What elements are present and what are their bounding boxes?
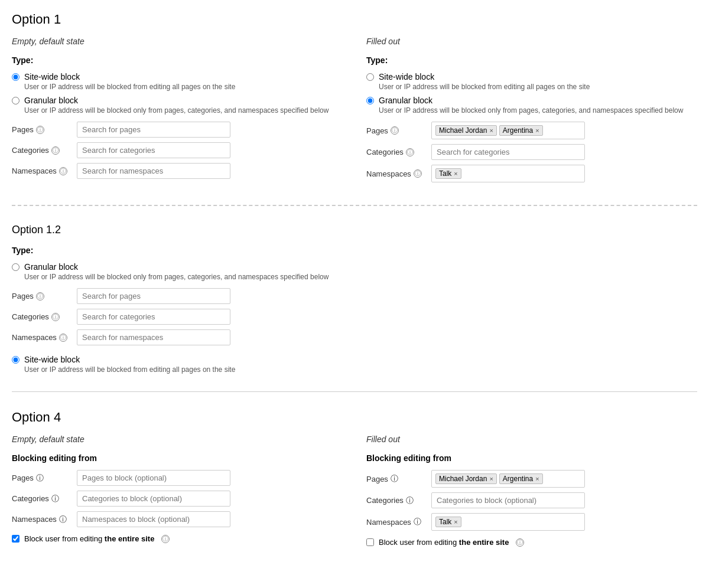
option4-empty-namespaces-label: Namespaces ⓘ bbox=[12, 514, 71, 525]
option4-filled-namespaces-input[interactable]: Talk × bbox=[431, 513, 585, 531]
option1-empty-namespaces-row: Namespaces ⓘ bbox=[12, 163, 343, 179]
option4-empty-categories-row: Categories ⓘ bbox=[12, 491, 343, 507]
option1-empty-sitewide-option[interactable]: Site-wide block User or IP address will … bbox=[12, 72, 343, 91]
option1-empty-granular-radio[interactable] bbox=[12, 97, 19, 104]
option4-filled-namespaces-tag-talk: Talk × bbox=[435, 517, 461, 527]
option1-filled-pages-input[interactable]: Michael Jordan × Argentina × bbox=[431, 122, 585, 139]
option12-fields: Pages ⓘ Categories ⓘ Namespaces ⓘ bbox=[12, 288, 697, 345]
option4-filled-namespaces-label: Namespaces ⓘ bbox=[366, 517, 425, 527]
option4-filled-pages-tag-mj: Michael Jordan × bbox=[435, 473, 497, 484]
option4-filled-categories-input[interactable] bbox=[431, 492, 585, 508]
option1-empty-categories-label: Categories ⓘ bbox=[12, 146, 71, 155]
option1-empty-granular-label: Granular block bbox=[24, 96, 329, 105]
option1-filled-type-label: Type: bbox=[366, 55, 697, 65]
option4-empty-pages-input[interactable] bbox=[77, 470, 230, 486]
option12-pages-row: Pages ⓘ bbox=[12, 288, 697, 304]
option4-empty-checkbox-row[interactable]: Block user from editing the entire site … bbox=[12, 534, 343, 543]
option1-empty-sitewide-radio[interactable] bbox=[12, 73, 19, 81]
option4-empty-categories-label: Categories ⓘ bbox=[12, 494, 71, 504]
option1-filled-categories-input[interactable] bbox=[431, 144, 585, 160]
option12-granular-option[interactable]: Granular block User or IP address will b… bbox=[12, 262, 697, 281]
option4-filled-pages-info-icon[interactable]: ⓘ bbox=[391, 473, 398, 484]
option1-empty-pages-info-icon[interactable]: ⓘ bbox=[36, 126, 44, 134]
option1-filled-namespaces-tag-talk-close[interactable]: × bbox=[454, 170, 457, 177]
option4-filled-checkbox-row[interactable]: Block user from editing the entire site … bbox=[366, 538, 697, 547]
option1-empty-type-label: Type: bbox=[12, 55, 343, 65]
option1-title: Option 1 bbox=[12, 12, 697, 27]
option4-empty-block-checkbox[interactable] bbox=[12, 535, 19, 543]
option12-pages-input[interactable] bbox=[77, 288, 230, 304]
option1-empty-subtitle: Empty, default state bbox=[12, 37, 343, 46]
option4-filled-subtitle: Filled out bbox=[366, 435, 697, 444]
option12-sitewide-label: Site-wide block bbox=[24, 355, 235, 364]
option1-filled-pages-tag-mj-close[interactable]: × bbox=[489, 127, 493, 134]
option1-divider bbox=[12, 205, 697, 206]
option12-namespaces-input[interactable] bbox=[77, 329, 230, 345]
option4-empty-categories-info-icon[interactable]: ⓘ bbox=[51, 494, 59, 504]
option12-categories-info-icon[interactable]: ⓘ bbox=[51, 313, 60, 321]
option4-filled-blocking-label: Blocking editing from bbox=[366, 453, 697, 463]
option4-filled-block-info-icon[interactable]: ⓘ bbox=[516, 538, 524, 547]
option1-filled-pages-info-icon[interactable]: ⓘ bbox=[391, 126, 399, 135]
option1-empty-granular-option[interactable]: Granular block User or IP address will b… bbox=[12, 96, 343, 115]
option4-filled-pages-tag-arg-close[interactable]: × bbox=[535, 475, 539, 482]
option1-filled-sitewide-option[interactable]: Site-wide block User or IP address will … bbox=[366, 72, 697, 91]
option4-filled-pages-tag-mj-close[interactable]: × bbox=[489, 475, 493, 482]
option1-filled-namespaces-info-icon[interactable]: ⓘ bbox=[414, 169, 422, 178]
option1-empty-namespaces-input[interactable] bbox=[77, 163, 230, 179]
option1-filled-granular-label: Granular block bbox=[379, 96, 683, 105]
option1-filled-namespaces-input[interactable]: Talk × bbox=[431, 165, 585, 182]
option12-categories-input[interactable] bbox=[77, 309, 230, 325]
option1-filled-pages-row: Pages ⓘ Michael Jordan × Argentina × bbox=[366, 122, 697, 139]
option1-empty-pages-row: Pages ⓘ bbox=[12, 122, 343, 138]
option4-empty-namespaces-input[interactable] bbox=[77, 511, 230, 527]
option4-empty-blocking-label: Blocking editing from bbox=[12, 453, 343, 463]
option12-namespaces-row: Namespaces ⓘ bbox=[12, 329, 697, 345]
option12-granular-radio[interactable] bbox=[12, 263, 19, 271]
option1-empty-pages-input[interactable] bbox=[77, 122, 230, 138]
option1-filled-pages-tag-arg: Argentina × bbox=[499, 125, 543, 136]
option12-pages-label: Pages ⓘ bbox=[12, 292, 71, 300]
option4-empty-block-label[interactable]: Block user from editing the entire site bbox=[24, 534, 154, 543]
option4-filled-categories-label: Categories ⓘ bbox=[366, 495, 425, 506]
option1-filled-categories-row: Categories ⓘ bbox=[366, 144, 697, 160]
option1-empty-namespaces-info-icon[interactable]: ⓘ bbox=[59, 167, 67, 175]
option4-empty-block-info-icon[interactable]: ⓘ bbox=[161, 535, 170, 543]
option1-filled-sitewide-radio[interactable] bbox=[366, 73, 374, 81]
option1-empty-pages-label: Pages ⓘ bbox=[12, 125, 71, 134]
option12-sitewide-desc: User or IP address will be blocked from … bbox=[24, 365, 235, 374]
option4-empty-categories-input[interactable] bbox=[77, 491, 230, 507]
option1-filled-granular-option[interactable]: Granular block User or IP address will b… bbox=[366, 96, 697, 115]
option4-empty-pages-info-icon[interactable]: ⓘ bbox=[36, 473, 44, 484]
option1-empty-fields: Pages ⓘ Categories ⓘ Namespaces ⓘ bbox=[12, 122, 343, 179]
option12-sitewide-radio[interactable] bbox=[12, 356, 19, 364]
option4-filled-namespaces-tag-talk-close[interactable]: × bbox=[454, 518, 457, 525]
option4-filled-col: Filled out Blocking editing from Pages ⓘ… bbox=[366, 435, 697, 547]
option4-filled-pages-input[interactable]: Michael Jordan × Argentina × bbox=[431, 470, 585, 488]
option12-sitewide-option[interactable]: Site-wide block User or IP address will … bbox=[12, 355, 697, 374]
option4-empty-pages-row: Pages ⓘ bbox=[12, 470, 343, 486]
option12-granular-label: Granular block bbox=[24, 262, 329, 272]
option4-empty-namespaces-info-icon[interactable]: ⓘ bbox=[59, 514, 67, 525]
option1-filled-pages-label: Pages ⓘ bbox=[366, 126, 425, 135]
option4-filled-pages-tag-arg: Argentina × bbox=[499, 473, 543, 484]
main-divider bbox=[12, 391, 697, 392]
option1-empty-categories-input[interactable] bbox=[77, 142, 230, 158]
option4-section: Option 4 Empty, default state Blocking e… bbox=[12, 410, 697, 547]
option4-filled-namespaces-info-icon[interactable]: ⓘ bbox=[414, 517, 421, 527]
option12-pages-info-icon[interactable]: ⓘ bbox=[36, 292, 44, 300]
option1-filled-pages-tag-arg-close[interactable]: × bbox=[535, 127, 539, 134]
option4-filled-block-label[interactable]: Block user from editing the entire site bbox=[379, 538, 509, 547]
option12-namespaces-info-icon[interactable]: ⓘ bbox=[59, 334, 67, 342]
option4-empty-block-label-bold: the entire site bbox=[105, 534, 155, 543]
option1-filled-categories-info-icon[interactable]: ⓘ bbox=[406, 148, 414, 156]
option4-empty-subtitle: Empty, default state bbox=[12, 435, 343, 444]
option1-filled-namespaces-row: Namespaces ⓘ Talk × bbox=[366, 165, 697, 182]
option1-filled-granular-radio[interactable] bbox=[366, 97, 374, 104]
option1-empty-categories-info-icon[interactable]: ⓘ bbox=[51, 146, 60, 155]
option4-empty-col: Empty, default state Blocking editing fr… bbox=[12, 435, 343, 547]
option4-filled-block-checkbox[interactable] bbox=[366, 538, 374, 546]
option1-empty-col: Empty, default state Type: Site-wide blo… bbox=[12, 37, 343, 187]
option4-filled-categories-info-icon[interactable]: ⓘ bbox=[406, 495, 414, 506]
option1-filled-categories-label: Categories ⓘ bbox=[366, 148, 425, 156]
